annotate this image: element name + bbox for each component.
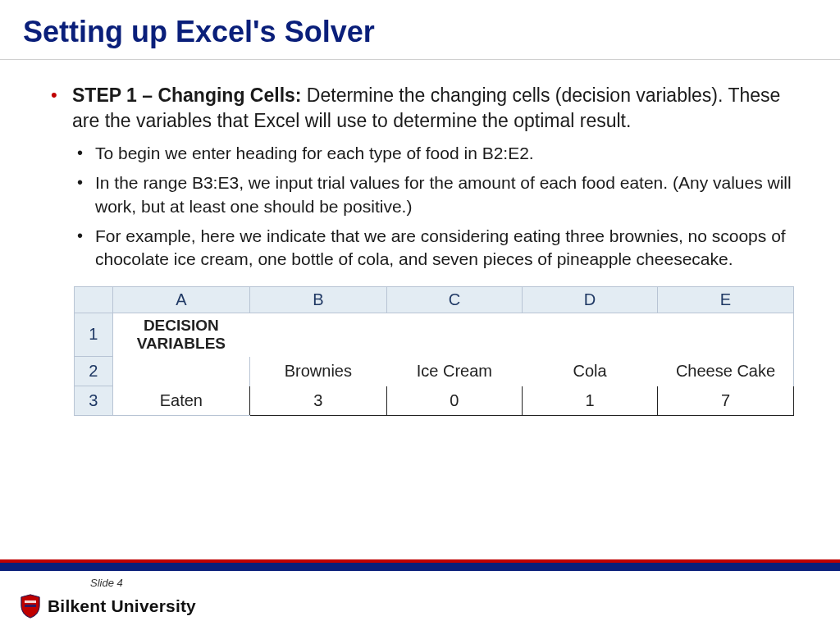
svg-rect-1 (25, 605, 36, 607)
shield-icon (20, 594, 41, 619)
row-3: 3 (75, 386, 113, 415)
footer-divider (0, 559, 840, 571)
col-E: E (658, 286, 794, 313)
sheet-corner (75, 286, 113, 313)
excel-table: A B C D E 1 DECISION VARIABLES 2 (74, 286, 794, 416)
bullet-step1: STEP 1 – Changing Cells: Determine the c… (46, 83, 794, 272)
cell-E1 (658, 313, 794, 356)
cell-D2: Cola (523, 356, 658, 386)
step1-sub-2: For example, here we indicate that we ar… (72, 225, 794, 272)
col-B: B (250, 286, 386, 313)
cell-B2: Brownies (250, 356, 386, 386)
cell-C1 (386, 313, 523, 356)
cell-B3: 3 (250, 386, 386, 415)
row-2: 2 (75, 356, 113, 386)
step1-sub-1: In the range B3:E3, we input trial value… (72, 171, 794, 218)
slide-body: STEP 1 – Changing Cells: Determine the c… (0, 60, 840, 416)
cell-A2 (112, 356, 250, 386)
col-C: C (386, 286, 523, 313)
step1-sub-0: To begin we enter heading for each type … (72, 142, 794, 165)
cell-C3: 0 (386, 386, 523, 415)
cell-A1: DECISION VARIABLES (112, 313, 250, 356)
col-D: D (523, 286, 658, 313)
cell-B1 (250, 313, 386, 356)
step1-label: STEP 1 – Changing Cells: (72, 84, 301, 106)
slide-title: Setting up Excel's Solver (0, 0, 840, 60)
svg-rect-0 (25, 600, 36, 603)
cell-A3: Eaten (112, 386, 250, 415)
col-A: A (112, 286, 250, 313)
slide-number: Slide 4 (90, 577, 123, 589)
slide: Setting up Excel's Solver STEP 1 – Chang… (0, 0, 840, 630)
row-1: 1 (75, 313, 113, 356)
university-name: Bilkent University (48, 596, 196, 616)
footer-logo: Bilkent University (20, 594, 196, 619)
cell-D3: 1 (523, 386, 658, 415)
cell-E2: Cheese Cake (658, 356, 794, 386)
cell-E3: 7 (658, 386, 794, 415)
cell-C2: Ice Cream (386, 356, 523, 386)
cell-D1 (523, 313, 658, 356)
